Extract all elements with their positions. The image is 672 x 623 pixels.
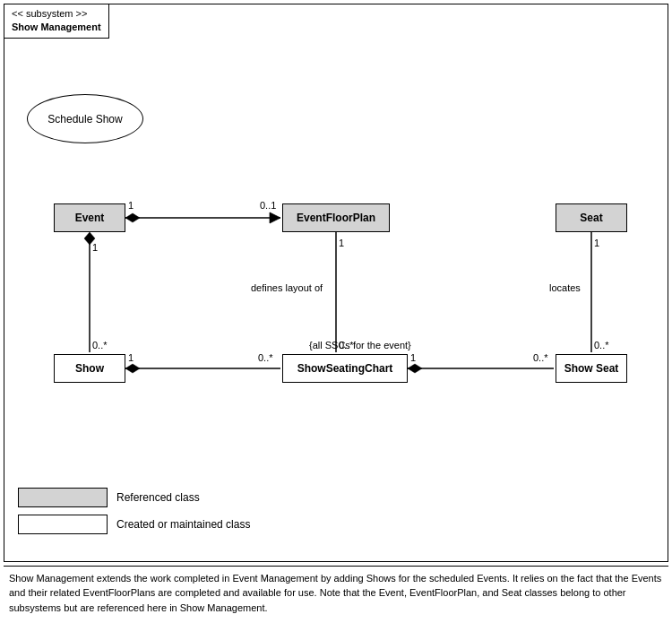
event-show-diamond	[84, 232, 95, 245]
class-showseat: Show Seat	[556, 354, 627, 383]
mult-efp-top: 1	[339, 238, 344, 248]
all-sscs-label: {all SSCs for the event}	[309, 340, 411, 350]
subsystem-stereotype: << subsystem >>	[12, 7, 101, 21]
subsystem-name: Show Management	[12, 21, 101, 34]
mult-event-show-top: 1	[92, 242, 98, 253]
legend-created: Created or maintained class	[18, 515, 250, 534]
show-ssc-diamond	[125, 364, 140, 373]
mult-ssc-right-right: 0..*	[533, 352, 548, 363]
legend-referenced-text: Referenced class	[116, 491, 200, 504]
class-eventfloorplan: EventFloorPlan	[282, 203, 390, 232]
mult-ssc-right-left: 1	[410, 352, 416, 363]
mult-seat-bottom: 0..*	[594, 340, 609, 350]
mult-seat-top: 1	[594, 238, 599, 248]
subsystem-label: << subsystem >> Show Management	[4, 4, 109, 39]
class-seat: Seat	[556, 203, 627, 232]
legend-created-box	[18, 515, 108, 534]
legend-referenced: Referenced class	[18, 488, 250, 507]
mult-show-left: 1	[128, 352, 134, 363]
mult-event-show-bottom: 0..*	[92, 340, 108, 350]
defines-layout-label: defines layout of	[251, 282, 323, 293]
class-event: Event	[54, 203, 125, 232]
legend: Referenced class Created or maintained c…	[18, 488, 250, 534]
footer-content: Show Management extends the work complet…	[9, 573, 661, 613]
mult-show-right: 0..*	[258, 352, 273, 363]
schedule-show-oval: Schedule Show	[27, 94, 143, 143]
legend-referenced-box	[18, 488, 108, 507]
locates-label: locates	[549, 282, 581, 293]
class-show: Show	[54, 354, 125, 383]
ssc-showseat-diamond	[408, 364, 422, 373]
main-container: << subsystem >> Show Management Schedule…	[0, 0, 672, 623]
legend-created-text: Created or maintained class	[116, 518, 250, 531]
event-diamond	[125, 213, 140, 222]
mult-event-right: 0..1	[260, 200, 276, 211]
diagram-area: << subsystem >> Show Management Schedule…	[4, 4, 668, 562]
schedule-show-label: Schedule Show	[47, 113, 122, 125]
footer-text: Show Management extends the work complet…	[4, 566, 668, 620]
mult-event-left: 1	[128, 200, 134, 211]
class-showseatingchart: ShowSeatingChart	[282, 354, 408, 383]
